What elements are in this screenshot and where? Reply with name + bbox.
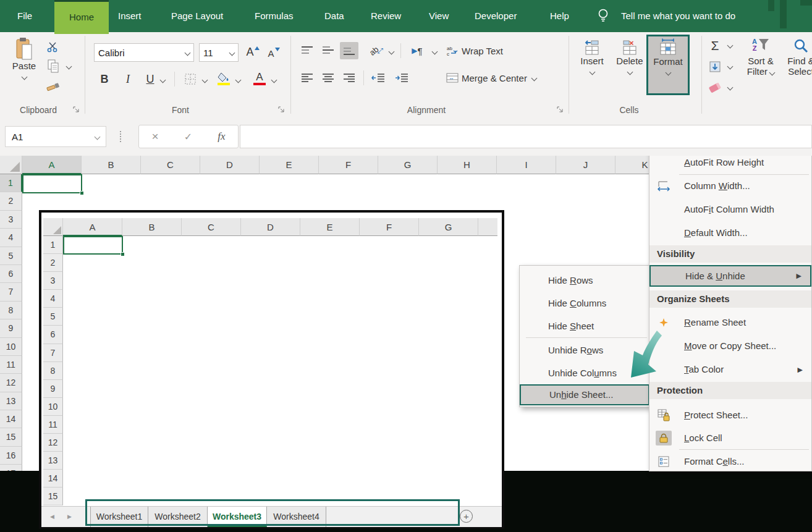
font-color-button[interactable]: A [251,69,268,88]
delete-cells-button[interactable]: × Delete [613,38,646,98]
row-header-16[interactable]: 16 [0,447,22,465]
menu-item-hide-rows[interactable]: Hide Rows [520,271,649,290]
format-painter-button[interactable] [44,78,62,94]
row-header-14[interactable]: 14 [0,410,22,428]
column-header-E[interactable]: E [260,156,319,174]
font-name-dropdown-icon[interactable] [185,49,191,56]
column-header-B[interactable]: B [82,156,141,174]
align-center-button[interactable] [319,69,337,87]
underline-dropdown-icon[interactable] [160,77,166,83]
increase-indent-button[interactable] [392,69,412,87]
bold-button[interactable]: B [96,70,112,88]
column-header-H[interactable]: H [438,156,497,174]
autosum-button[interactable]: Σ [706,37,724,54]
insert-function-icon[interactable]: fx [218,130,225,143]
tab-page-layout[interactable]: Page Layout [171,0,223,32]
column-header-D[interactable]: D [200,156,260,174]
select-all-corner[interactable] [0,156,22,174]
tab-data[interactable]: Data [324,0,344,32]
row-header-6[interactable]: 6 [0,265,22,283]
column-header-F[interactable]: F [319,156,378,174]
text-direction-button[interactable]: ▶¶ [407,42,428,59]
font-color-dropdown-icon[interactable] [271,77,277,83]
row-header-9[interactable]: 9 [0,319,22,337]
tab-home[interactable]: Home [54,0,109,34]
font-dialog-launcher-icon[interactable] [278,106,285,114]
paste-dropdown-icon[interactable] [21,74,27,80]
row-header-1[interactable]: 1 [0,174,22,192]
menu-item-default-width[interactable]: Default Width... [649,223,811,243]
fill-handle[interactable] [80,191,84,195]
tab-view[interactable]: View [429,0,449,32]
copy-button[interactable] [44,58,62,74]
menu-item-protect-sheet[interactable]: Protect Sheet... [649,405,811,425]
row-header-2[interactable]: 2 [0,192,22,210]
row-header-3[interactable]: 3 [0,211,22,229]
insert-cells-button[interactable]: Insert [576,38,608,98]
align-left-button[interactable] [298,69,316,87]
merge-center-button[interactable]: ↔ Merge & Center [446,69,536,87]
menu-item-hide-unhide-highlighted[interactable]: Hide & Unhide ▶ [649,265,811,287]
tab-insert[interactable]: Insert [118,0,142,32]
borders-button[interactable] [182,70,199,88]
tab-formulas[interactable]: Formulas [255,0,294,32]
row-header-7[interactable]: 7 [0,283,22,301]
clear-dropdown-icon[interactable] [727,85,734,91]
format-dropdown-icon[interactable] [665,70,671,76]
delete-dropdown-icon[interactable] [627,69,633,75]
bottom-align-button-selected[interactable] [340,42,358,59]
tellme-box[interactable]: Tell me what you want to do [621,0,735,32]
formula-bar-drag-handle[interactable] [120,131,121,142]
clipboard-dialog-launcher-icon[interactable] [73,106,80,114]
menu-item-column-width[interactable]: Column Width... [649,176,811,196]
middle-align-button[interactable] [319,42,337,59]
fill-button[interactable] [706,58,724,75]
copy-dropdown-icon[interactable] [66,64,72,70]
autosum-dropdown-icon[interactable] [727,43,734,49]
tab-developer[interactable]: Developer [475,0,517,32]
top-align-button[interactable] [298,42,316,59]
column-header-A[interactable]: A [22,156,82,174]
selected-cell-A1[interactable] [22,174,82,193]
row-header-8[interactable]: 8 [0,302,22,319]
row-header-4[interactable]: 4 [0,229,22,247]
font-name-combobox[interactable]: Calibri [94,43,194,62]
row-header-10[interactable]: 10 [0,338,22,356]
embedded-screenshot-image[interactable]: A B C D E F G 1 2 3 4 5 6 7 8 9 10 11 12… [39,210,504,529]
align-right-button[interactable] [340,69,358,87]
name-box-dropdown-icon[interactable] [95,133,101,140]
row-header-13[interactable]: 13 [0,392,22,410]
menu-item-rename-sheet[interactable]: Rename Sheet [649,313,811,332]
underline-button[interactable]: U [142,70,158,88]
paste-button[interactable]: Paste [6,37,42,100]
menu-item-unhide-sheet-highlighted[interactable]: Unhide Sheet... [520,384,649,405]
cancel-icon[interactable]: × [152,130,159,143]
insert-dropdown-icon[interactable] [589,69,595,75]
column-header-C[interactable]: C [141,156,200,174]
format-button-active[interactable]: Format [646,35,690,95]
text-direction-dropdown-icon[interactable] [432,49,438,55]
menu-item-move-or-copy-sheet[interactable]: Move or Copy Sheet... [649,336,811,356]
tab-file[interactable]: File [17,0,32,32]
column-header-G[interactable]: G [378,156,438,174]
clear-button[interactable] [706,79,724,96]
menu-item-hide-columns[interactable]: Hide Columns [520,293,649,313]
cut-button[interactable] [44,40,62,54]
merge-center-dropdown-icon[interactable] [531,75,537,81]
italic-button[interactable]: I [120,70,136,88]
find-select-button[interactable]: Find & Select [782,38,812,77]
sort-filter-button[interactable]: AZ Sort & Filter [739,38,782,77]
row-header-11[interactable]: 11 [0,356,22,374]
formula-input[interactable] [240,125,812,148]
borders-dropdown-icon[interactable] [202,77,208,83]
menu-item-autofit-column-width[interactable]: AutoFit Column Width [649,200,811,219]
orientation-dropdown-icon[interactable] [389,49,395,55]
fill-color-dropdown-icon[interactable] [235,77,242,83]
menu-item-tab-color[interactable]: Tab Color ▶ [649,360,811,379]
fill-color-button[interactable] [215,69,232,88]
menu-item-lock-cell[interactable]: Lock Cell [649,428,811,448]
orientation-button[interactable]: ab ⤢ [367,42,386,59]
column-header-I[interactable]: I [497,156,556,174]
row-header-15[interactable]: 15 [0,428,22,446]
decrease-font-size-button[interactable]: A [264,44,283,62]
